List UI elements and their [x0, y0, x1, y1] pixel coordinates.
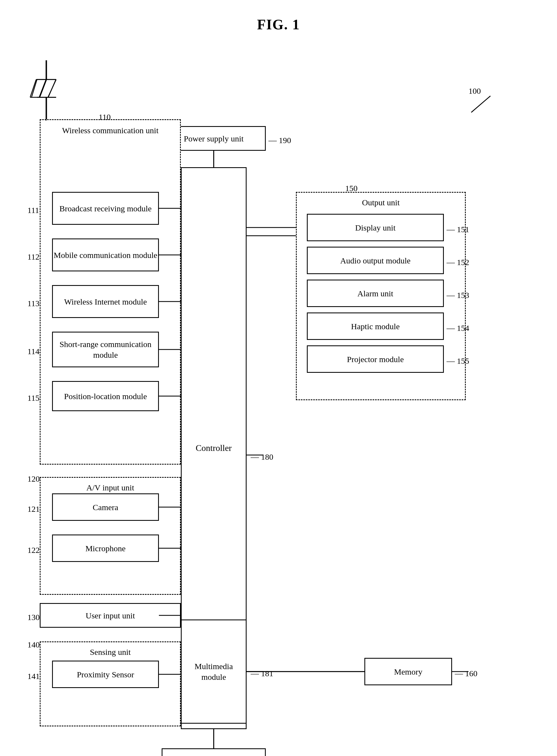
svg-line-46	[471, 96, 491, 112]
wireless-internet-box: Wireless Internet module	[52, 285, 159, 318]
svg-line-29	[48, 80, 56, 97]
audio-box: Audio output module	[307, 247, 444, 274]
alarm-box: Alarm unit	[307, 280, 444, 307]
interface-box: Interface unit	[162, 748, 266, 756]
page-title: FIG. 1	[0, 0, 557, 33]
microphone-box: Microphone	[52, 534, 159, 562]
ref-113: 113	[27, 299, 39, 308]
ref-152: — 152	[447, 258, 469, 267]
ref-110: 110	[99, 112, 111, 122]
ref-112: 112	[27, 252, 39, 261]
projector-box: Projector module	[307, 345, 444, 373]
ref-121: 121	[27, 504, 40, 514]
position-box: Position-location module	[52, 381, 159, 411]
ref-141: 141	[27, 672, 40, 681]
ref-100: 100	[469, 86, 481, 96]
display-box: Display unit	[307, 214, 444, 241]
ref-154: — 154	[447, 324, 469, 333]
ref-120: 120	[27, 474, 40, 483]
ref-151: — 151	[447, 225, 469, 234]
ref-155: — 155	[447, 356, 469, 366]
ref-130: 130	[27, 613, 40, 622]
memory-box: Memory	[364, 658, 452, 685]
ref-153: — 153	[447, 290, 469, 300]
short-range-box: Short-range communication module	[52, 332, 159, 367]
ref-150: 150	[345, 184, 357, 193]
ref-180: — 180	[251, 452, 273, 461]
proximity-box: Proximity Sensor	[52, 661, 159, 688]
ref-190: — 190	[268, 136, 291, 145]
ref-111: 111	[27, 205, 39, 215]
ref-122: 122	[27, 545, 40, 555]
svg-line-27	[30, 80, 36, 97]
camera-box: Camera	[52, 494, 159, 521]
svg-line-28	[39, 80, 46, 97]
ref-114: 114	[27, 347, 39, 356]
haptic-box: Haptic module	[307, 312, 444, 340]
ref-160: — 160	[455, 669, 477, 678]
ref-181: — 181	[251, 669, 273, 678]
ref-140: 140	[27, 640, 40, 649]
mobile-box: Mobile communication module	[52, 239, 159, 271]
user-input-box: User input unit	[40, 603, 181, 628]
multimedia-box: Multimedia module	[181, 619, 246, 724]
ref-115: 115	[27, 393, 39, 403]
broadcast-box: Broadcast receiving module	[52, 192, 159, 225]
